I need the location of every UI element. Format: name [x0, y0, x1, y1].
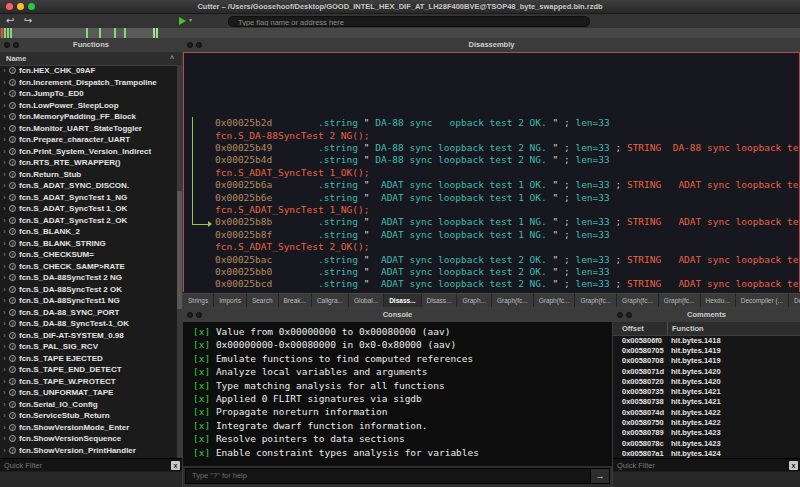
expand-chevron-icon[interactable]: ›	[0, 240, 9, 247]
disassembly-line[interactable]: 0x00025b6e .string " ADAT sync loopback …	[215, 192, 799, 204]
function-list-item[interactable]: ›ƒfcn.S_CHECK_SAMP>RATE	[0, 261, 177, 273]
comments-row[interactable]: 0x005806f0hit.bytes.1418	[613, 335, 800, 345]
comments-row[interactable]: 0x00580720hit.bytes.1420	[613, 376, 800, 386]
offset-column-header[interactable]: Offset	[622, 322, 644, 335]
functions-quick-filter-input[interactable]: Quick Filter x	[0, 458, 182, 472]
disassembly-line[interactable]: 0x00025bb0 .string " ADAT sync loopback …	[215, 266, 799, 278]
comments-row[interactable]: 0x005807a1hit.bytes.1424	[613, 448, 800, 458]
doc-tab[interactable]: Disass...	[422, 293, 458, 308]
expand-chevron-icon[interactable]: ›	[0, 286, 9, 293]
function-list-item[interactable]: ›ƒfcn.S_DA-88SyncTest 2 OK	[0, 284, 177, 296]
dock-float-icon[interactable]	[196, 312, 202, 318]
function-list-item[interactable]: ›ƒfcn.ShowVersionMode_Enter	[0, 422, 177, 434]
function-list-item[interactable]: ›ƒfcn.S_DA-88_SYNC_PORT	[0, 307, 177, 319]
function-list-item[interactable]: ›ƒfcn.S_TAPE EJECTED	[0, 353, 177, 365]
analyze-play-icon[interactable]	[179, 17, 186, 25]
expand-chevron-icon[interactable]: ›	[0, 389, 9, 396]
function-list-item[interactable]: ›ƒfcn.S_TAPE_W.PROTECT	[0, 376, 177, 388]
doc-tab[interactable]: Graph(fc...	[534, 293, 576, 308]
doc-tab[interactable]: Graph(fc...	[492, 293, 534, 308]
expand-chevron-icon[interactable]: ›	[0, 125, 9, 132]
expand-chevron-icon[interactable]: ›	[0, 366, 9, 373]
dock-float-icon[interactable]	[626, 312, 632, 318]
doc-tab[interactable]: Graph(fc...	[617, 293, 659, 308]
expand-chevron-icon[interactable]: ›	[0, 435, 9, 442]
function-list-item[interactable]: ›ƒfcn.LowPower_SleepLoop	[0, 100, 177, 112]
expand-chevron-icon[interactable]: ›	[0, 113, 9, 120]
dock-close-icon[interactable]	[187, 312, 193, 318]
function-list-item[interactable]: ›ƒfcn.Prepare_character_UART	[0, 134, 177, 146]
function-list-item[interactable]: ›ƒfcn.ShowVersionSequence	[0, 433, 177, 445]
function-list-item[interactable]: ›ƒfcn.HEX_CHK_09AF	[0, 65, 177, 77]
dock-close-icon[interactable]	[187, 42, 193, 48]
expand-chevron-icon[interactable]: ›	[0, 297, 9, 304]
comments-row[interactable]: 0x00580705hit.bytes.1419	[613, 345, 800, 355]
disassembly-line[interactable]: 0x00025b49 .string " DA-88 sync loopback…	[215, 142, 799, 154]
function-list-item[interactable]: ›ƒfcn.S_TAPE_END_DETECT	[0, 364, 177, 376]
disassembly-view[interactable]: 0x00025b2d .string " DA-88 sync opback t…	[183, 52, 800, 293]
function-list-item[interactable]: ›ƒfcn.S_ADAT_SyncTest 1_OK	[0, 203, 177, 215]
expand-chevron-icon[interactable]: ›	[0, 171, 9, 178]
zoom-traffic-light[interactable]	[28, 3, 35, 10]
expand-chevron-icon[interactable]: ›	[0, 263, 9, 270]
function-list-item[interactable]: ›ƒfcn.Increment_Dispatch_Trampoline	[0, 77, 177, 89]
function-list-item[interactable]: ›ƒfcn.S_DA-88SyncTest1 NG	[0, 295, 177, 307]
function-list-item[interactable]: ›ƒfcn.S_DA-88_SyncTest-1_OK	[0, 318, 177, 330]
play-dropdown-caret-icon[interactable]: ▾	[189, 16, 192, 23]
console-submit-icon[interactable]: →	[590, 469, 609, 483]
expand-chevron-icon[interactable]: ›	[0, 320, 9, 327]
expand-chevron-icon[interactable]: ›	[0, 67, 9, 74]
comments-row[interactable]: 0x00580750hit.bytes.1422	[613, 417, 800, 427]
function-list-item[interactable]: ›ƒfcn.S_ADAT_SYNC_DISCON.	[0, 180, 177, 192]
function-list-item[interactable]: ›ƒfcn.S_PAL_SIG_RCV	[0, 341, 177, 353]
disassembly-line[interactable]: 0x00025b8f .string " ADAT sync loopback …	[215, 229, 799, 241]
expand-chevron-icon[interactable]: ›	[0, 401, 9, 408]
function-list-item[interactable]: ›ƒfcn.JumpTo_ED0	[0, 88, 177, 100]
dock-float-icon[interactable]	[13, 42, 19, 48]
console-command-input[interactable]: Type "?" for help →	[185, 468, 610, 484]
function-list-item[interactable]: ›ƒfcn.ShowVersion_PrintHandler	[0, 445, 177, 457]
expand-chevron-icon[interactable]: ›	[0, 90, 9, 97]
expand-chevron-icon[interactable]: ›	[0, 343, 9, 350]
comments-row[interactable]: 0x0058074dhit.bytes.1422	[613, 407, 800, 417]
disassembly-line[interactable]: fcn.S_ADAT_SyncTest 2_OK();	[215, 241, 799, 253]
name-column-header[interactable]: Name ^	[0, 52, 182, 66]
expand-chevron-icon[interactable]: ›	[0, 355, 9, 362]
doc-tab[interactable]: Graph(fc...	[659, 293, 701, 308]
expand-chevron-icon[interactable]: ›	[0, 79, 9, 86]
clear-filter-icon[interactable]: x	[171, 461, 180, 470]
function-list-item[interactable]: ›ƒfcn.S_ADAT_SyncTest 2_OK	[0, 215, 177, 227]
comments-row[interactable]: 0x00580735hit.bytes.1421	[613, 386, 800, 396]
expand-chevron-icon[interactable]: ›	[0, 274, 9, 281]
disassembly-line[interactable]: 0x00025b2d .string " DA-88 sync opback t…	[215, 117, 799, 129]
minimize-traffic-light[interactable]	[17, 3, 24, 10]
expand-chevron-icon[interactable]: ›	[0, 251, 9, 258]
expand-chevron-icon[interactable]: ›	[0, 182, 9, 189]
expand-chevron-icon[interactable]: ›	[0, 424, 9, 431]
doc-tab[interactable]: Global...	[349, 293, 384, 308]
comments-row[interactable]: 0x00580708hit.bytes.1419	[613, 356, 800, 366]
flag-search-input[interactable]: Type flag name or address here	[228, 16, 590, 27]
disassembly-line[interactable]: 0x00025b8b .string " ADAT sync loopback …	[215, 216, 799, 228]
forward-icon[interactable]: ↪	[24, 14, 32, 28]
function-list-item[interactable]: ›ƒfcn.MemoryPadding_FF_Block	[0, 111, 177, 123]
function-list-item[interactable]: ›ƒfcn.Print_System_Version_Indirect	[0, 146, 177, 158]
doc-tab[interactable]: Hexdu...	[701, 293, 736, 308]
close-traffic-light[interactable]	[6, 3, 13, 10]
doc-tab[interactable]: Graph(fc...	[575, 293, 617, 308]
comments-row[interactable]: 0x0058078chit.bytes.1423	[613, 438, 800, 448]
doc-tab[interactable]: Callgra...	[312, 293, 349, 308]
disassembly-line[interactable]: 0x00025bcd .string " ADAT sync loopback …	[215, 278, 799, 290]
expand-chevron-icon[interactable]: ›	[0, 194, 9, 201]
comments-row[interactable]: 0x00580789hit.bytes.1423	[613, 428, 800, 438]
expand-chevron-icon[interactable]: ›	[0, 159, 9, 166]
doc-tab[interactable]: Disass...	[384, 293, 421, 308]
function-column-header[interactable]: Function	[667, 322, 704, 335]
function-list-item[interactable]: ›ƒfcn.Serial_IO_Config	[0, 399, 177, 411]
expand-chevron-icon[interactable]: ›	[0, 148, 9, 155]
function-list-item[interactable]: ›ƒfcn.S_DIF-AT-SYSTEM_0.98	[0, 330, 177, 342]
comments-row[interactable]: 0x0058071dhit.bytes.1420	[613, 366, 800, 376]
dock-float-icon[interactable]	[196, 42, 202, 48]
disassembly-line[interactable]: 0x00025b6a .string " ADAT sync loopback …	[215, 179, 799, 191]
expand-chevron-icon[interactable]: ›	[0, 447, 9, 454]
